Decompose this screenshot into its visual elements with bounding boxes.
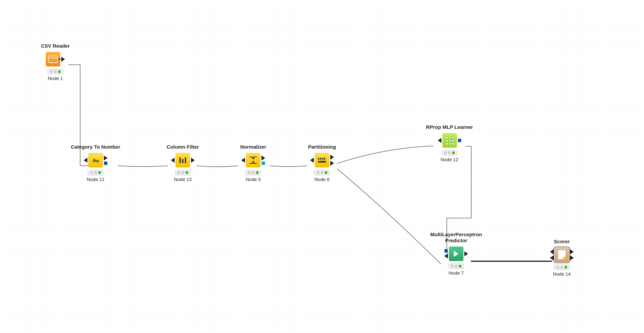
node-title: MultiLayerPerceptron Predictor bbox=[426, 232, 486, 244]
input-port-1[interactable] bbox=[550, 249, 554, 254]
node-id: Node 13 bbox=[161, 177, 204, 182]
output-port-1[interactable] bbox=[570, 249, 574, 254]
node-mlp-predictor[interactable]: MultiLayerPerceptron Predictor Node 7 bbox=[426, 232, 486, 276]
scorer-icon bbox=[554, 248, 569, 262]
output-port-2[interactable] bbox=[570, 255, 574, 260]
output-port[interactable] bbox=[262, 156, 265, 160]
status-traffic-light bbox=[448, 264, 464, 269]
input-port-2[interactable] bbox=[550, 255, 554, 260]
input-port[interactable] bbox=[444, 254, 448, 258]
node-title: Normalizer bbox=[232, 144, 275, 150]
model-output-port[interactable] bbox=[104, 162, 107, 165]
node-title: Scorer bbox=[540, 238, 584, 244]
rprop-mlp-learner-icon bbox=[442, 133, 457, 148]
node-column-filter[interactable]: Column Filter Node 13 bbox=[161, 144, 204, 182]
status-traffic-light bbox=[314, 170, 330, 175]
node-id: Node 7 bbox=[426, 270, 486, 276]
model-output-port[interactable] bbox=[458, 139, 461, 142]
node-csv-reader[interactable]: CSV Reader Node 1 bbox=[34, 43, 77, 81]
node-title: Column Filter bbox=[161, 144, 204, 150]
status-traffic-light bbox=[48, 69, 63, 74]
node-id: Node 14 bbox=[540, 272, 584, 277]
status-traffic-light bbox=[442, 150, 457, 155]
status-traffic-light bbox=[554, 265, 570, 270]
node-id: Node 12 bbox=[419, 157, 480, 162]
node-scorer[interactable]: Scorer Node 14 bbox=[540, 238, 584, 277]
input-port[interactable] bbox=[84, 158, 88, 163]
input-port[interactable] bbox=[241, 158, 245, 163]
node-rprop-mlp-learner[interactable]: RProp MLP Learner Node 12 bbox=[419, 124, 480, 162]
output-port[interactable] bbox=[104, 156, 108, 160]
category-to-number-icon: A₁₂ bbox=[88, 153, 103, 168]
output-port-test[interactable] bbox=[330, 161, 334, 166]
workflow-canvas[interactable]: { "nodes":{ "csv":{"title":"CSV Reader",… bbox=[0, 0, 644, 333]
model-output-port[interactable] bbox=[262, 162, 265, 165]
status-traffic-light bbox=[88, 170, 103, 175]
status-traffic-light bbox=[175, 170, 190, 175]
output-port[interactable] bbox=[61, 57, 65, 62]
node-partitioning[interactable]: Partitioning Node 6 bbox=[300, 144, 344, 182]
output-port-train[interactable] bbox=[330, 155, 334, 160]
status-traffic-light bbox=[246, 170, 261, 175]
input-port[interactable] bbox=[171, 158, 174, 163]
normalizer-icon bbox=[246, 153, 260, 168]
node-id: Node 6 bbox=[300, 177, 344, 182]
column-filter-icon bbox=[176, 153, 190, 168]
node-category-to-number[interactable]: Category To Number A₁₂ Node 11 bbox=[66, 144, 126, 182]
mlp-predictor-icon bbox=[449, 246, 464, 261]
input-port[interactable] bbox=[438, 138, 442, 143]
output-port[interactable] bbox=[464, 251, 468, 256]
output-port[interactable] bbox=[191, 158, 195, 163]
node-title: RProp MLP Learner bbox=[419, 124, 480, 130]
csv-reader-icon bbox=[46, 52, 60, 66]
node-title: Category To Number bbox=[66, 144, 126, 150]
node-title: CSV Reader bbox=[34, 43, 77, 49]
partitioning-icon bbox=[315, 153, 329, 168]
model-input-port[interactable] bbox=[444, 249, 448, 252]
node-normalizer[interactable]: Normalizer Node 5 bbox=[232, 144, 275, 182]
node-id: Node 5 bbox=[232, 177, 275, 182]
node-title: Partitioning bbox=[300, 144, 344, 150]
node-id: Node 11 bbox=[66, 177, 126, 182]
node-id: Node 1 bbox=[34, 76, 77, 81]
input-port[interactable] bbox=[310, 158, 314, 163]
